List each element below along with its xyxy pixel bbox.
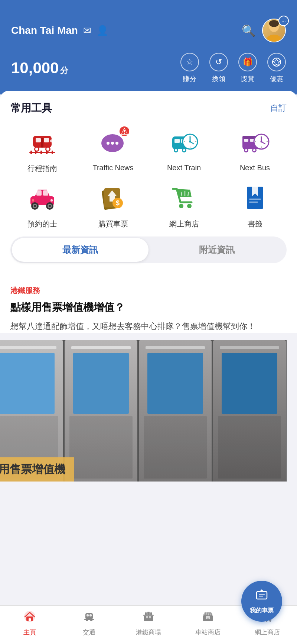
svg-rect-109 bbox=[145, 612, 147, 615]
nav-mall[interactable]: 港鐵商場 bbox=[119, 610, 178, 637]
svg-point-35 bbox=[175, 149, 177, 151]
svg-rect-104 bbox=[84, 619, 94, 620]
points-value: 10,000 bbox=[11, 59, 59, 77]
transport-icon bbox=[83, 610, 95, 626]
header-left: Chan Tai Man ✉ 👤 bbox=[11, 25, 108, 36]
nav-station-shop-label: 車站商店 bbox=[195, 628, 221, 637]
svg-point-81 bbox=[187, 204, 192, 208]
svg-rect-110 bbox=[150, 612, 152, 615]
tool-grid-row2: 預約的士 $ 購買車票 bbox=[10, 181, 287, 229]
shop-label: 網上商店 bbox=[169, 219, 199, 229]
next-train-icon bbox=[167, 126, 201, 159]
news-desc: 想幫八達通配飾增值，又唔想去客務中心排隊？售票增值機幫到你！ bbox=[10, 320, 287, 333]
svg-point-37 bbox=[183, 149, 185, 151]
next-train-label: Next Train bbox=[167, 164, 201, 172]
svg-point-26 bbox=[115, 142, 118, 145]
bookmark-icon bbox=[238, 181, 272, 215]
svg-point-72 bbox=[49, 205, 51, 207]
svg-point-59 bbox=[260, 141, 262, 143]
svg-point-69 bbox=[34, 205, 36, 207]
buy-ticket-icon: $ bbox=[97, 181, 130, 215]
quick-actions: ☆ 賺分 ↺ 換領 🎁 獎賞 優惠 bbox=[180, 53, 286, 83]
svg-rect-15 bbox=[29, 152, 55, 153]
svg-point-24 bbox=[107, 142, 110, 145]
svg-rect-87 bbox=[249, 199, 261, 200]
taxi-label: 預約的士 bbox=[27, 219, 57, 229]
tools-section: 常用工具 自訂 bbox=[0, 91, 297, 283]
svg-rect-17 bbox=[35, 151, 36, 154]
quick-action-exchange[interactable]: ↺ 換領 bbox=[209, 53, 228, 83]
svg-marker-91 bbox=[260, 589, 264, 592]
tool-bookmark[interactable]: 書籤 bbox=[223, 181, 287, 229]
svg-rect-8 bbox=[36, 138, 41, 142]
news-tabs: 最新資訊 附近資訊 bbox=[10, 236, 287, 263]
svg-rect-73 bbox=[50, 199, 53, 202]
svg-point-21 bbox=[50, 139, 53, 142]
quick-action-earn[interactable]: ☆ 賺分 bbox=[180, 53, 199, 83]
profile-icon[interactable]: 👤 bbox=[97, 25, 108, 36]
news-category: 港鐵服務 bbox=[10, 286, 287, 296]
tool-journey-planner[interactable]: 行程指南 bbox=[10, 126, 74, 174]
svg-rect-99 bbox=[85, 613, 93, 619]
svg-point-3 bbox=[269, 20, 279, 27]
nav-online-shop-label: 網上商店 bbox=[255, 628, 280, 637]
section-title: 常用工具 bbox=[10, 101, 52, 115]
station-shop-icon bbox=[202, 610, 214, 626]
svg-rect-98 bbox=[29, 618, 31, 621]
buy-ticket-label: 購買車票 bbox=[98, 219, 128, 229]
tab-latest-news[interactable]: 最新資訊 bbox=[12, 238, 148, 262]
earn-label: 賺分 bbox=[183, 74, 196, 83]
svg-rect-18 bbox=[40, 151, 42, 154]
fab-label: 我的車票 bbox=[250, 607, 274, 614]
tool-next-train[interactable]: Next Train bbox=[152, 126, 216, 174]
taxi-icon bbox=[26, 181, 59, 215]
customize-link[interactable]: 自訂 bbox=[270, 103, 287, 114]
svg-point-25 bbox=[111, 142, 114, 145]
svg-rect-19 bbox=[46, 151, 48, 154]
tool-traffic-news[interactable]: Traffic News bbox=[81, 126, 145, 174]
svg-rect-65 bbox=[36, 190, 42, 196]
tool-taxi[interactable]: 預約的士 bbox=[10, 181, 74, 229]
bookmark-label: 書籤 bbox=[248, 219, 262, 229]
svg-rect-16 bbox=[30, 151, 32, 154]
nav-station-shop[interactable]: 車站商店 bbox=[178, 610, 238, 637]
header-right: 🔍 bbox=[242, 19, 286, 42]
tab-nearby-news[interactable]: 附近資訊 bbox=[148, 238, 285, 262]
news-content: 港鐵服務 點樣用售票增值機增值？ 想幫八達通配飾增值，又唔想去客務中心排隊？售票… bbox=[10, 283, 287, 333]
reward-icon: 🎁 bbox=[238, 53, 257, 71]
svg-rect-101 bbox=[89, 614, 92, 616]
avatar-container[interactable]: ··· bbox=[262, 19, 286, 42]
svg-marker-6 bbox=[273, 59, 280, 65]
search-icon[interactable]: 🔍 bbox=[242, 24, 255, 37]
fab-icon bbox=[255, 589, 268, 605]
tool-buy-ticket[interactable]: $ 購買車票 bbox=[81, 181, 145, 229]
header-top: Chan Tai Man ✉ 👤 🔍 bbox=[11, 19, 286, 42]
svg-rect-29 bbox=[124, 130, 125, 133]
svg-point-4 bbox=[267, 35, 281, 42]
earn-icon: ☆ bbox=[180, 53, 199, 71]
svg-rect-74 bbox=[32, 199, 34, 202]
mall-icon bbox=[142, 610, 155, 626]
exchange-icon: ↺ bbox=[209, 53, 228, 71]
nav-home[interactable]: 主頁 bbox=[0, 610, 59, 637]
svg-point-80 bbox=[179, 204, 183, 208]
svg-rect-88 bbox=[249, 202, 258, 203]
svg-rect-20 bbox=[52, 151, 53, 154]
quick-action-offer[interactable]: 優惠 bbox=[267, 53, 286, 83]
offer-label: 優惠 bbox=[270, 74, 283, 83]
shop-icon bbox=[167, 181, 201, 215]
svg-rect-100 bbox=[87, 614, 89, 616]
tool-shop[interactable]: 網上商店 bbox=[152, 181, 216, 229]
nav-transport[interactable]: 交通 bbox=[59, 610, 119, 637]
svg-rect-93 bbox=[259, 596, 263, 597]
reward-label: 獎賞 bbox=[241, 74, 254, 83]
svg-rect-66 bbox=[43, 190, 48, 196]
tool-next-bus[interactable]: Next Bus bbox=[223, 126, 287, 174]
quick-action-reward[interactable]: 🎁 獎賞 bbox=[238, 53, 257, 83]
fab-my-ticket[interactable]: 我的車票 bbox=[241, 581, 282, 622]
chat-badge: ··· bbox=[278, 16, 289, 26]
next-bus-icon bbox=[238, 126, 272, 159]
mail-icon[interactable]: ✉ bbox=[83, 25, 91, 36]
section-header: 常用工具 自訂 bbox=[10, 101, 287, 115]
svg-point-51 bbox=[245, 149, 247, 151]
